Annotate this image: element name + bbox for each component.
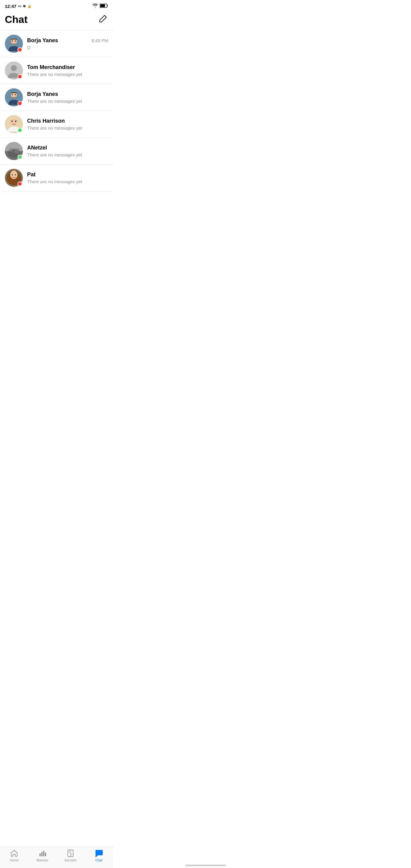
chat-name: Borja Yanes — [27, 37, 58, 44]
chat-time: 8:45 PM — [91, 38, 108, 43]
status-bar-right — [93, 4, 108, 9]
avatar-wrapper — [5, 35, 23, 53]
status-dot — [18, 128, 22, 133]
chat-name: Chris Harrison — [27, 118, 65, 124]
chat-name-row: Borja Yanes 8:45 PM — [27, 37, 108, 44]
chat-item-pat[interactable]: Pat There are no messages yet — [0, 164, 113, 191]
chat-item-borja1[interactable]: Borja Yanes 8:45 PM D — [0, 30, 113, 57]
chat-info: Borja Yanes 8:45 PM D — [27, 37, 108, 50]
avatar-wrapper — [5, 61, 23, 80]
status-dot — [18, 101, 22, 106]
lock-icon: 🔒 — [27, 4, 32, 8]
svg-point-7 — [11, 65, 17, 71]
avatar-wrapper — [5, 169, 23, 187]
avatar-wrapper — [5, 115, 23, 133]
svg-point-10 — [12, 94, 13, 95]
chat-info: Borja Yanes There are no messages yet — [27, 91, 108, 104]
chat-item-borja2[interactable]: Borja Yanes There are no messages yet — [0, 84, 113, 111]
chat-item-tom[interactable]: Tom Merchandiser There are no messages y… — [0, 57, 113, 84]
chat-name-row: Borja Yanes — [27, 91, 108, 97]
chat-name-row: Chris Harrison — [27, 118, 108, 124]
status-bar-left: 12:47 ▭ ⊛ 🔒 — [5, 4, 32, 9]
chat-name: Borja Yanes — [27, 91, 58, 97]
status-dot — [18, 181, 22, 186]
status-dot — [18, 74, 22, 79]
svg-point-28 — [12, 174, 13, 176]
chat-item-anetzel[interactable]: ANetzel There are no messages yet — [0, 138, 113, 164]
chat-preview: There are no messages yet — [27, 72, 108, 77]
svg-point-23 — [14, 148, 20, 154]
chat-name: Pat — [27, 172, 36, 178]
svg-rect-1 — [100, 4, 105, 7]
battery-icon — [100, 4, 108, 9]
sim-icon: ▭ — [18, 4, 21, 8]
svg-point-29 — [15, 174, 16, 176]
chat-info: Pat There are no messages yet — [27, 172, 108, 184]
chat-name-row: ANetzel — [27, 145, 108, 151]
svg-point-5 — [15, 40, 16, 41]
chat-preview: D — [27, 45, 108, 50]
chat-info: Chris Harrison There are no messages yet — [27, 118, 108, 130]
status-dot — [18, 155, 22, 159]
chat-name: ANetzel — [27, 145, 47, 151]
svg-point-4 — [12, 40, 13, 41]
avatar-wrapper — [5, 142, 23, 160]
compose-button[interactable] — [97, 13, 108, 25]
status-dot — [18, 47, 22, 52]
page-title: Chat — [5, 13, 28, 25]
chat-list: Borja Yanes 8:45 PM D Tom Merchandiser T… — [0, 30, 113, 191]
chat-info: ANetzel There are no messages yet — [27, 145, 108, 157]
status-time: 12:47 — [5, 4, 16, 9]
chat-header: Chat — [0, 11, 113, 30]
chat-item-chris[interactable]: Chris Harrison There are no messages yet — [0, 111, 113, 138]
compass-icon: ⊛ — [23, 4, 26, 8]
chat-preview: There are no messages yet — [27, 179, 108, 184]
status-bar: 12:47 ▭ ⊛ 🔒 — [0, 0, 113, 11]
chat-name: Tom Merchandiser — [27, 64, 75, 70]
svg-point-22 — [8, 147, 13, 152]
chat-name-row: Pat — [27, 172, 108, 178]
chat-name-row: Tom Merchandiser — [27, 64, 108, 70]
chat-preview: There are no messages yet — [27, 98, 108, 104]
chat-preview: There are no messages yet — [27, 125, 108, 130]
compose-icon — [98, 15, 107, 23]
chat-preview: There are no messages yet — [27, 152, 108, 157]
avatar-wrapper — [5, 88, 23, 106]
svg-point-11 — [15, 94, 16, 95]
wifi-icon — [93, 4, 98, 9]
chat-info: Tom Merchandiser There are no messages y… — [27, 64, 108, 77]
